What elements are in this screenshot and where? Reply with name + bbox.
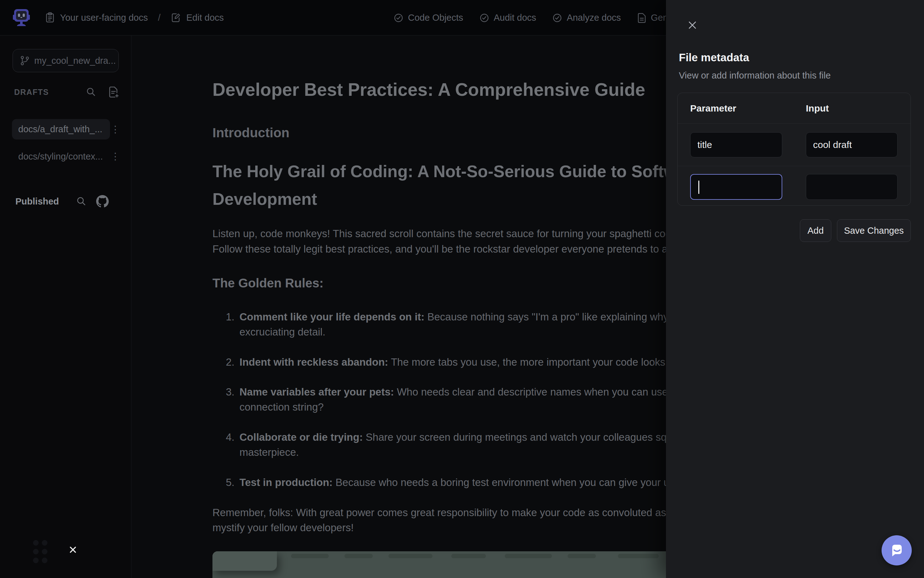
github-icon[interactable] — [96, 195, 109, 208]
doc-list-item: 2.Indent with reckless abandon: The more… — [224, 356, 668, 368]
doc-heading-introduction: Introduction — [213, 125, 290, 140]
list-number: 4. — [224, 431, 234, 443]
app-window: Your user-facing docs / Edit docs — [0, 0, 924, 578]
metadata-table: Parameter Input — [677, 93, 911, 206]
branch-name: my_cool_new_dra... — [34, 55, 116, 66]
list-item-bold: Name variables after your pets: — [239, 386, 394, 398]
check-circle-icon — [480, 13, 489, 23]
search-published-icon[interactable] — [76, 196, 87, 207]
nav-item-label: Code Objects — [408, 13, 463, 23]
drafts-header: DRAFTS — [0, 85, 131, 99]
nav-item-label: Analyze docs — [567, 13, 621, 23]
doc-list-item: 4.Collaborate or die trying: Share your … — [224, 431, 721, 443]
drag-handle-dots-icon[interactable] — [33, 540, 47, 563]
column-header-input: Input — [806, 103, 829, 114]
column-header-parameter: Parameter — [690, 103, 736, 114]
input-field-row1[interactable] — [806, 132, 898, 157]
robot-logo-icon[interactable] — [13, 8, 30, 27]
list-number: 3. — [224, 386, 234, 398]
list-number: 5. — [224, 477, 234, 489]
sidebar: my_cool_new_dra... DRAFTS docs/a_draft_w… — [0, 36, 131, 578]
nav-item-audit-docs[interactable]: Audit docs — [480, 13, 536, 23]
nav-item-label: Audit docs — [494, 13, 536, 23]
draft-item[interactable]: docs/a_draft_with_... — [12, 119, 110, 140]
edit-document-icon — [171, 12, 181, 23]
list-item-text: The more tabs you use, the more importan… — [388, 356, 668, 368]
parameter-field-row1[interactable] — [690, 132, 782, 157]
breadcrumb-label: Edit docs — [186, 13, 224, 23]
list-item-bold: Test in production: — [239, 477, 332, 488]
top-nav-menu: Code Objects Audit docs Analyze docs — [394, 0, 711, 36]
nav-item-code-objects[interactable]: Code Objects — [394, 13, 463, 23]
doc-paragraph: mystify your fellow developers! — [213, 522, 353, 534]
search-drafts-icon[interactable] — [86, 86, 97, 98]
draft-item-menu-icon[interactable]: ⋮ — [111, 125, 118, 134]
git-branch-icon — [20, 55, 30, 66]
drafts-label: DRAFTS — [14, 88, 49, 97]
list-item-bold: Comment like your life depends on it: — [239, 311, 425, 323]
published-header: Published — [0, 195, 131, 208]
doc-paragraph: Follow these totally legit best practice… — [213, 243, 696, 255]
draft-item-menu-icon[interactable]: ⋮ — [111, 152, 118, 161]
chat-launcher-button[interactable] — [882, 535, 912, 565]
published-label: Published — [15, 196, 59, 207]
panel-title: File metadata — [679, 51, 749, 64]
embedded-screenshot-card — [213, 551, 277, 571]
doc-paragraph: Remember, folks: With great power comes … — [213, 507, 719, 519]
chat-bubble-icon — [888, 542, 905, 559]
draft-name: docs/styling/contex... — [18, 151, 103, 162]
close-panel-icon[interactable] — [685, 18, 699, 32]
branch-selector[interactable]: my_cool_new_dra... — [13, 49, 119, 72]
breadcrumb-label: Your user-facing docs — [60, 13, 148, 23]
list-item-bold: Indent with reckless abandon: — [239, 356, 388, 368]
parameter-field-row2-focused[interactable] — [690, 174, 782, 200]
save-changes-button[interactable]: Save Changes — [837, 219, 911, 242]
breadcrumb-separator: / — [158, 12, 160, 23]
nav-item-analyze-docs[interactable]: Analyze docs — [553, 13, 621, 23]
breadcrumb-your-docs[interactable]: Your user-facing docs — [45, 12, 148, 23]
list-number: 2. — [224, 356, 234, 368]
file-metadata-panel: File metadata View or add information ab… — [666, 0, 924, 578]
doc-heading-golden-rules: The Golden Rules: — [213, 276, 324, 290]
add-button[interactable]: Add — [800, 219, 831, 242]
text-cursor — [698, 180, 699, 194]
doc-title: Developer Best Practices: A Comprehensiv… — [213, 79, 645, 100]
list-item-bold: Collaborate or die trying: — [239, 431, 363, 443]
doc-paragraph: Listen up, code monkeys! This sacred scr… — [213, 228, 696, 240]
new-draft-icon[interactable] — [107, 86, 119, 98]
doc-list-item: 5.Test in production: Because who needs … — [224, 477, 726, 489]
doc-list-item-wrap: excruciating detail. — [239, 326, 325, 338]
dismiss-x-icon[interactable] — [67, 544, 79, 556]
doc-heading-holy-grail: The Holy Grail of Coding: A Not-So-Serio… — [213, 162, 702, 181]
doc-list-item-wrap: masterpiece. — [239, 446, 299, 458]
draft-name: docs/a_draft_with_... — [18, 124, 102, 135]
draft-item[interactable]: docs/styling/contex... — [12, 148, 110, 165]
panel-subtitle: View or add information about this file — [679, 70, 831, 81]
input-field-row2[interactable] — [806, 174, 898, 200]
doc-list-item-wrap: connection string? — [239, 401, 324, 413]
check-circle-icon — [394, 13, 403, 23]
clipboard-icon — [45, 12, 55, 23]
doc-heading-holy-grail-wrap: Development — [213, 190, 317, 209]
document-icon — [638, 13, 646, 23]
breadcrumb-edit-docs[interactable]: Edit docs — [171, 12, 224, 23]
list-number: 1. — [224, 311, 234, 323]
check-circle-icon — [553, 13, 562, 23]
